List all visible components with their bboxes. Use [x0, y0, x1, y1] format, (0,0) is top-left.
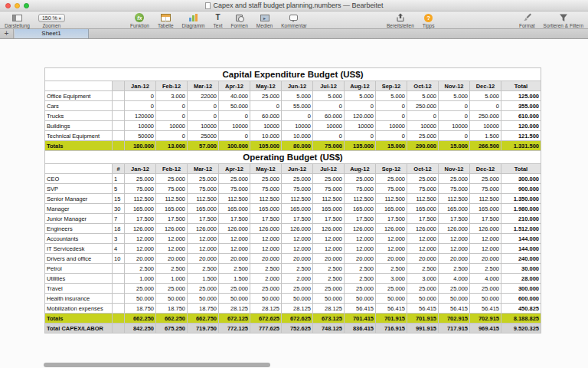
- column-header[interactable]: Jun-12: [282, 81, 313, 91]
- value-cell[interactable]: 12.000: [156, 244, 188, 254]
- value-cell[interactable]: 12.000: [439, 234, 470, 244]
- value-cell[interactable]: 17.500: [407, 214, 439, 224]
- value-cell[interactable]: 991.915: [407, 324, 439, 334]
- value-cell[interactable]: 75.000: [125, 184, 156, 194]
- value-cell[interactable]: 25.000: [439, 284, 470, 294]
- row-label[interactable]: Cars: [45, 101, 113, 111]
- value-cell[interactable]: 0: [156, 111, 188, 121]
- column-header[interactable]: Feb-12: [156, 164, 188, 174]
- value-cell[interactable]: 20.000: [282, 254, 313, 264]
- column-header[interactable]: Mar-12: [188, 81, 219, 91]
- row-label[interactable]: Junior Manager: [45, 214, 113, 224]
- value-cell[interactable]: 702.915: [439, 314, 470, 324]
- headcount-cell[interactable]: 18: [113, 224, 125, 234]
- value-cell[interactable]: 126.000: [219, 224, 250, 234]
- value-cell[interactable]: 0: [376, 101, 407, 111]
- column-header[interactable]: [113, 81, 125, 91]
- value-cell[interactable]: 17.500: [313, 214, 345, 224]
- value-cell[interactable]: 25.000: [188, 174, 219, 184]
- headcount-cell[interactable]: [113, 91, 125, 101]
- column-header[interactable]: Total: [501, 81, 541, 91]
- column-header[interactable]: Dec-12: [470, 81, 501, 91]
- row-total-cell[interactable]: 300.000: [501, 284, 541, 294]
- row-total-cell[interactable]: 9.520.325: [501, 324, 541, 334]
- value-cell[interactable]: 165.000: [376, 204, 407, 214]
- row-label[interactable]: Totals: [45, 314, 113, 324]
- headcount-cell[interactable]: 10: [113, 254, 125, 264]
- value-cell[interactable]: 112.500: [282, 194, 313, 204]
- row-label[interactable]: Manager: [45, 204, 113, 214]
- value-cell[interactable]: 25.000: [407, 284, 439, 294]
- value-cell[interactable]: 0: [439, 131, 470, 141]
- row-total-cell[interactable]: 600.000: [501, 294, 541, 304]
- value-cell[interactable]: 165.000: [125, 204, 156, 214]
- value-cell[interactable]: 672.625: [250, 314, 282, 324]
- value-cell[interactable]: 12.000: [219, 244, 250, 254]
- value-cell[interactable]: 17.500: [470, 214, 501, 224]
- headcount-cell[interactable]: [113, 284, 125, 294]
- row-label[interactable]: Buildings: [45, 121, 113, 131]
- headcount-cell[interactable]: 3: [113, 234, 125, 244]
- value-cell[interactable]: 0: [439, 101, 470, 111]
- value-cell[interactable]: 25.000: [313, 174, 345, 184]
- value-cell[interactable]: 165.000: [188, 204, 219, 214]
- headcount-cell[interactable]: 7: [113, 214, 125, 224]
- value-cell[interactable]: 25.000: [250, 284, 282, 294]
- value-cell[interactable]: 50000: [125, 131, 156, 141]
- value-cell[interactable]: 120.000: [345, 111, 376, 121]
- value-cell[interactable]: 25.000: [376, 174, 407, 184]
- value-cell[interactable]: 126.000: [470, 224, 501, 234]
- value-cell[interactable]: 75.000: [439, 184, 470, 194]
- value-cell[interactable]: 25.000: [470, 174, 501, 184]
- value-cell[interactable]: 1.500: [219, 274, 250, 284]
- column-header[interactable]: Nov-12: [439, 164, 470, 174]
- value-cell[interactable]: 126.000: [156, 224, 188, 234]
- value-cell[interactable]: 25.000: [188, 284, 219, 294]
- column-header[interactable]: Aug-12: [345, 81, 376, 91]
- value-cell[interactable]: 17.500: [156, 214, 188, 224]
- horizontal-scrollbar[interactable]: [44, 363, 270, 367]
- value-cell[interactable]: 2.500: [439, 264, 470, 274]
- row-label[interactable]: Office Equipment: [45, 91, 113, 101]
- value-cell[interactable]: 0: [219, 131, 250, 141]
- value-cell[interactable]: 112.500: [313, 194, 345, 204]
- value-cell[interactable]: 126.000: [345, 224, 376, 234]
- view-button[interactable]: Darstellung: [5, 13, 30, 28]
- value-cell[interactable]: 12.000: [407, 244, 439, 254]
- value-cell[interactable]: 2.000: [250, 274, 282, 284]
- value-cell[interactable]: 50.000: [376, 294, 407, 304]
- value-cell[interactable]: 0: [282, 111, 313, 121]
- value-cell[interactable]: 12.000: [282, 234, 313, 244]
- row-total-cell[interactable]: 450.825: [501, 304, 541, 314]
- row-total-cell[interactable]: 1.980.000: [501, 204, 541, 214]
- value-cell[interactable]: 10.000: [250, 131, 282, 141]
- value-cell[interactable]: 17.500: [250, 214, 282, 224]
- value-cell[interactable]: 12.000: [376, 234, 407, 244]
- value-cell[interactable]: 17.500: [345, 214, 376, 224]
- value-cell[interactable]: 1.500: [470, 131, 501, 141]
- value-cell[interactable]: 12.000: [313, 234, 345, 244]
- headcount-cell[interactable]: 15: [113, 194, 125, 204]
- row-label[interactable]: SVP: [45, 184, 113, 194]
- value-cell[interactable]: 3.000: [156, 91, 188, 101]
- value-cell[interactable]: 672.125: [219, 314, 250, 324]
- value-cell[interactable]: 12.000: [250, 244, 282, 254]
- value-cell[interactable]: 28.125: [250, 304, 282, 314]
- column-header[interactable]: Oct-12: [407, 164, 439, 174]
- value-cell[interactable]: 2.500: [313, 264, 345, 274]
- value-cell[interactable]: 2.500: [250, 264, 282, 274]
- value-cell[interactable]: 2.500: [407, 264, 439, 274]
- value-cell[interactable]: 3.000: [376, 274, 407, 284]
- value-cell[interactable]: 777.625: [250, 324, 282, 334]
- value-cell[interactable]: 100.000: [219, 141, 250, 151]
- value-cell[interactable]: 126.000: [313, 224, 345, 234]
- value-cell[interactable]: 5.000: [282, 91, 313, 101]
- column-header[interactable]: May-12: [250, 81, 282, 91]
- value-cell[interactable]: 10000: [313, 121, 345, 131]
- value-cell[interactable]: 748.125: [313, 324, 345, 334]
- value-cell[interactable]: 126.000: [376, 224, 407, 234]
- value-cell[interactable]: 20.000: [313, 254, 345, 264]
- row-total-cell[interactable]: 121.500: [501, 131, 541, 141]
- value-cell[interactable]: 18.750: [188, 304, 219, 314]
- value-cell[interactable]: 250.000: [470, 111, 501, 121]
